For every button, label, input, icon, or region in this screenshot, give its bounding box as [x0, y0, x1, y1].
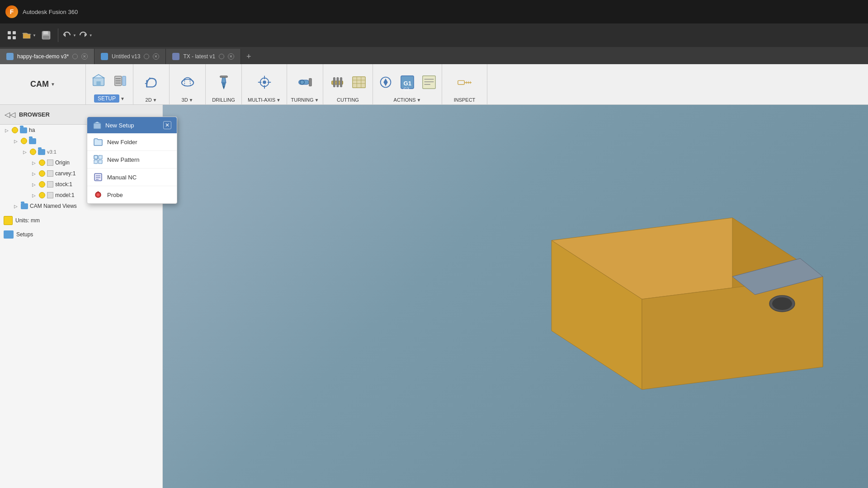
cam-dropdown-arrow: ▼ — [51, 82, 55, 87]
tab-label-happy-face: happy-face-demo v3* — [17, 53, 69, 60]
ribbon-multiaxis-group[interactable]: MULTI-AXIS ▼ — [242, 64, 287, 104]
setup-btn-text: SETUP — [94, 94, 119, 103]
manual-nc-icon — [94, 173, 103, 182]
tree-folder-cam-views — [21, 203, 28, 209]
tab-dot-tx — [219, 54, 224, 59]
dropdown-item-manual-nc[interactable]: Manual NC — [87, 169, 177, 186]
ribbon-2d-group[interactable]: 2D ▼ — [133, 64, 170, 104]
svg-rect-65 — [99, 155, 102, 159]
actions-icons: G1 G2 — [376, 66, 439, 96]
tree-label-carvey: carvey:1 — [55, 170, 75, 177]
svg-text:G1: G1 — [403, 80, 411, 86]
svg-rect-2 — [8, 36, 11, 39]
new-folder-icon — [94, 137, 103, 146]
tabs-bar: happy-face-demo v3* ✕ Untitled v13 ✕ TX … — [0, 47, 868, 64]
tree-arrow-carvey: ▷ — [31, 170, 37, 177]
dropdown-item-probe[interactable]: Probe — [87, 186, 177, 203]
2d-icon[interactable] — [142, 72, 161, 92]
save-button[interactable] — [38, 27, 54, 43]
multiaxis-icon[interactable] — [255, 72, 274, 92]
tab-close-happy-face[interactable]: ✕ — [81, 53, 88, 60]
turning-icon[interactable] — [295, 72, 315, 92]
inspect-icon[interactable] — [455, 72, 475, 92]
svg-rect-62 — [94, 123, 101, 129]
setup-icon-2[interactable] — [110, 71, 130, 91]
cutting-icon-1[interactable] — [327, 72, 347, 92]
dropdown-item-new-pattern[interactable]: New Pattern — [87, 151, 177, 169]
undo-button[interactable]: ▼ — [62, 30, 76, 40]
tab-close-tx[interactable]: ✕ — [228, 53, 234, 60]
dropdown-header[interactable]: New Setup ✕ — [87, 117, 177, 133]
tab-untitled[interactable]: Untitled v13 ✕ — [94, 49, 166, 64]
tab-tx[interactable]: TX - latest v1 ✕ — [166, 49, 241, 64]
turning-label: TURNING ▼ — [291, 97, 319, 103]
tree-arrow-l1: ▷ — [13, 138, 19, 144]
svg-rect-11 — [96, 81, 100, 85]
svg-rect-0 — [8, 31, 11, 34]
ribbon-actions-group[interactable]: G1 G2 ACTIONS ▼ — [373, 64, 442, 104]
3d-model — [484, 150, 868, 466]
app-title: Autodesk Fusion 360 — [23, 9, 78, 15]
ribbon-inspect-group[interactable]: INSPECT — [442, 64, 487, 104]
tab-close-untitled[interactable]: ✕ — [153, 53, 159, 60]
svg-text:G2: G2 — [403, 86, 409, 90]
svg-rect-13 — [123, 76, 126, 85]
tab-label-untitled: Untitled v13 — [112, 53, 140, 60]
actions-icon-3[interactable] — [419, 72, 439, 92]
tab-happy-face[interactable]: happy-face-demo v3* ✕ — [0, 49, 94, 64]
dropdown-close-button[interactable]: ✕ — [163, 121, 171, 129]
tree-arrow-root: ▷ — [4, 127, 10, 133]
main-content — [163, 105, 868, 488]
tree-bulb-origin — [39, 160, 45, 166]
setups-label: Setups — [16, 231, 33, 238]
drilling-icon[interactable] — [214, 72, 234, 92]
grid-button[interactable] — [4, 27, 20, 43]
dropdown-item-new-folder-label: New Folder — [107, 139, 137, 145]
tree-label-cam-views: CAM Named Views — [30, 203, 77, 209]
dropdown-item-new-folder[interactable]: New Folder — [87, 133, 177, 151]
3d-icon[interactable] — [178, 72, 198, 92]
dropdown-item-manual-nc-label: Manual NC — [107, 174, 137, 181]
svg-marker-22 — [222, 86, 225, 89]
tree-label-l2-text: v3:1 — [47, 149, 57, 155]
actions-icon-1[interactable] — [376, 72, 396, 92]
ribbon-cutting-group[interactable]: CUTTING — [323, 64, 373, 104]
sidebar-toggle-left[interactable]: ◁◁ — [5, 110, 15, 119]
3d-label: 3D ▼ — [182, 97, 193, 103]
svg-rect-64 — [94, 155, 98, 159]
svg-marker-10 — [93, 74, 104, 78]
open-button[interactable]: ▼ — [22, 30, 36, 40]
viewport — [163, 105, 868, 488]
setup-icon-1[interactable] — [89, 71, 108, 91]
tab-new-button[interactable]: + — [241, 49, 256, 64]
ribbon-turning-group[interactable]: TURNING ▼ — [287, 64, 323, 104]
ribbon: CAM ▼ — [0, 64, 868, 105]
ribbon-drilling-group[interactable]: DRILLING — [206, 64, 242, 104]
multiaxis-icons — [255, 66, 274, 96]
tab-label-tx: TX - latest v1 — [183, 53, 215, 60]
svg-point-25 — [263, 80, 266, 84]
svg-rect-35 — [337, 77, 339, 87]
units-bar[interactable]: Units: mm — [0, 213, 162, 228]
ribbon-setup-group[interactable]: SETUP ▼ — [86, 64, 133, 104]
actions-label: ACTIONS ▼ — [394, 97, 421, 103]
cam-dropdown-button[interactable]: CAM ▼ — [0, 64, 86, 104]
ribbon-3d-group[interactable]: 3D ▼ — [170, 64, 206, 104]
tree-label-root: ha — [29, 127, 35, 133]
svg-rect-66 — [94, 160, 98, 164]
cutting-icon-2[interactable] — [349, 72, 369, 92]
svg-marker-63 — [94, 122, 101, 123]
tree-bulb-carvey — [39, 170, 45, 177]
setups-bar[interactable]: Setups — [0, 228, 162, 241]
probe-icon — [94, 190, 103, 199]
svg-rect-31 — [309, 78, 311, 86]
redo-button[interactable]: ▼ — [78, 30, 93, 40]
dropdown-header-label: New Setup — [105, 122, 134, 129]
cam-label: CAM ▼ — [30, 80, 55, 89]
actions-icon-2[interactable]: G1 G2 — [397, 72, 417, 92]
svg-rect-1 — [13, 31, 16, 34]
tree-arrow-origin: ▷ — [31, 160, 37, 166]
svg-rect-68 — [94, 174, 102, 181]
toolbar-area: ▼ ▼ ▼ — [0, 23, 868, 47]
cutting-label: CUTTING — [337, 97, 359, 103]
